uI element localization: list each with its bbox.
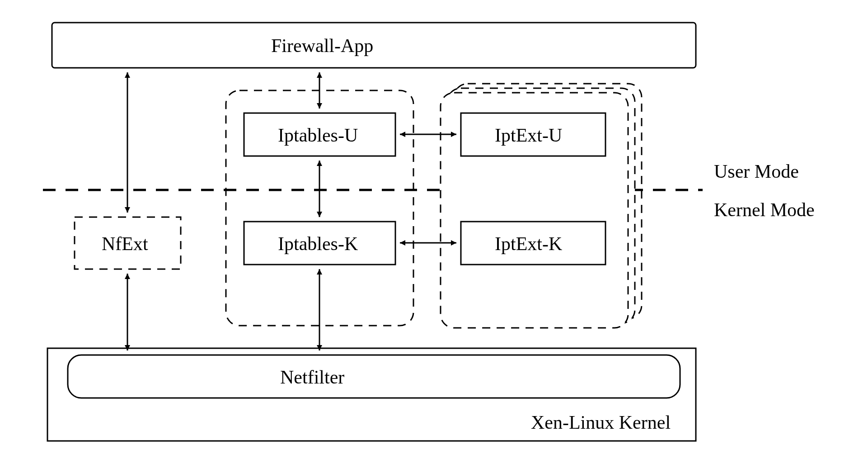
user-mode-label: User Mode: [714, 161, 799, 182]
iptext-u-label: IptExt-U: [495, 124, 562, 146]
netfilter-label: Netfilter: [280, 366, 344, 388]
kernel-mode-label: Kernel Mode: [714, 199, 815, 221]
iptext-k-label: IptExt-K: [495, 233, 562, 255]
firewall-app-box: [52, 23, 696, 68]
netfilter-box: [68, 355, 680, 398]
xen-kernel-label: Xen-Linux Kernel: [531, 412, 671, 433]
iptables-k-label: Iptables-K: [278, 233, 358, 255]
nfext-label: NfExt: [102, 233, 148, 255]
diagram-svg: [0, 0, 868, 464]
iptables-u-label: Iptables-U: [278, 124, 358, 146]
firewall-app-label: Firewall-App: [271, 35, 373, 57]
diagram-stage: Firewall-App Iptables-U Iptables-K IptEx…: [0, 0, 868, 464]
